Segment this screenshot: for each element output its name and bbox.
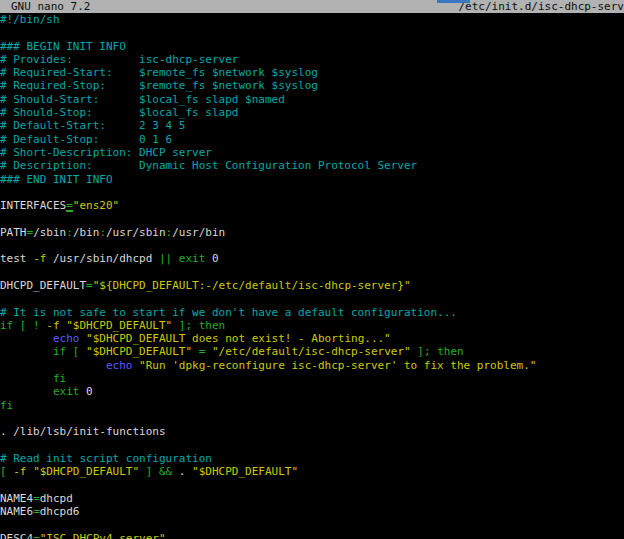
code-token: "$DHCPD_DEFAULT" (66, 319, 172, 332)
code-token (0, 345, 53, 358)
nano-titlebar: GNU nano 7.2 /etc/init.d/isc-dhcp-serv (0, 0, 624, 13)
code-line: echo "$DHCPD_DEFAULT does not exist! - A… (0, 332, 624, 345)
code-line (0, 186, 624, 199)
code-token: exit (53, 385, 80, 398)
code-line (0, 266, 624, 279)
code-line (0, 26, 624, 39)
code-token: /usr/sbin (106, 226, 166, 239)
code-token: test (0, 252, 33, 265)
code-line: # Provides: isc-dhcp-server (0, 53, 624, 66)
code-line (0, 292, 624, 305)
code-token: -f (13, 465, 26, 478)
code-token (139, 465, 146, 478)
code-token: "ISC DHCPv4 server" (40, 532, 166, 539)
code-token (0, 372, 53, 385)
code-line (0, 518, 624, 531)
editor-area[interactable]: #!/bin/sh### BEGIN INIT INFO# Provides: … (0, 13, 624, 539)
code-token: "${DHCPD_DEFAULT:-/etc/default/isc-dhcp-… (93, 279, 411, 292)
code-token: dhcpd6 (40, 505, 80, 518)
code-token: fi (0, 399, 13, 412)
code-token: # Provides: isc-dhcp-server (0, 53, 238, 66)
app-version-label: GNU nano 7.2 (0, 0, 90, 13)
code-line (0, 212, 624, 225)
code-token: # Short-Description: DHCP server (0, 146, 212, 159)
code-token: dhcpd (40, 492, 73, 505)
code-token: ### BEGIN INIT INFO (0, 40, 126, 53)
code-token: = (33, 532, 40, 539)
code-token: = (33, 505, 40, 518)
code-token: : (66, 226, 73, 239)
code-line: fi (0, 399, 624, 412)
code-token: ]; then (417, 345, 463, 358)
code-line: # Should-Stop: $local_fs slapd (0, 106, 624, 119)
code-token: 0 (205, 252, 218, 265)
code-token (172, 319, 179, 332)
code-token: exit (179, 252, 206, 265)
code-line (0, 412, 624, 425)
code-line: # Required-Stop: $remote_fs $network $sy… (0, 79, 624, 92)
code-line: . /lib/lsb/init-functions (0, 425, 624, 438)
code-token: ### END INIT INFO (0, 173, 113, 186)
code-token: = (33, 492, 40, 505)
code-token: # Description: Dynamic Host Configuratio… (0, 159, 417, 172)
code-token: ] && (146, 465, 179, 478)
code-token (0, 332, 53, 345)
code-line: #!/bin/sh (0, 13, 624, 26)
code-token: if [ (53, 345, 86, 358)
code-token: /bin (73, 226, 100, 239)
code-token: PATH (0, 226, 27, 239)
code-token: "$DHCPD_DEFAULT" (33, 465, 139, 478)
code-token: # Should-Start: $local_fs slapd $named (0, 93, 285, 106)
code-token: || (159, 252, 172, 265)
code-token: # Default-Stop: 0 1 6 (0, 133, 172, 146)
code-token: if [ ! (0, 319, 46, 332)
code-token: ]; then (179, 319, 225, 332)
code-token: 0 (79, 385, 92, 398)
code-token: : (99, 226, 106, 239)
code-token (172, 252, 179, 265)
code-token: /sbin (33, 226, 66, 239)
code-line: # Should-Start: $local_fs slapd $named (0, 93, 624, 106)
cursor-char: = (66, 199, 73, 212)
code-token: /usr/sbin/dhcpd (46, 252, 159, 265)
code-token: INTERFACES (0, 199, 66, 212)
code-line: ### END INIT INFO (0, 173, 624, 186)
code-line: PATH=/sbin:/bin:/usr/sbin:/usr/bin (0, 226, 624, 239)
code-line (0, 478, 624, 491)
code-line: [ -f "$DHCPD_DEFAULT" ] && . "$DHCPD_DEF… (0, 465, 624, 478)
code-token: # Required-Stop: $remote_fs $network $sy… (0, 79, 318, 92)
code-line: if [ ! -f "$DHCPD_DEFAULT" ]; then (0, 319, 624, 332)
code-token: "$DHCPD_DEFAULT" (86, 345, 192, 358)
code-line: INTERFACES="ens20" (0, 199, 624, 212)
code-token: NAME4 (0, 492, 33, 505)
code-token (192, 345, 199, 358)
code-token: /usr/bin (172, 226, 225, 239)
code-token: DESC4 (0, 532, 33, 539)
code-token: echo (53, 332, 80, 345)
code-token: # Should-Stop: $local_fs slapd (0, 106, 238, 119)
code-line: # It is not safe to start if we don't ha… (0, 306, 624, 319)
code-line: DHCPD_DEFAULT="${DHCPD_DEFAULT:-/etc/def… (0, 279, 624, 292)
code-token: # Read init script configuration (0, 452, 212, 465)
code-token: DHCPD_DEFAULT (0, 279, 86, 292)
code-token: echo (106, 359, 133, 372)
code-line: # Description: Dynamic Host Configuratio… (0, 159, 624, 172)
top-blue-notch (437, 0, 470, 3)
file-path-label: /etc/init.d/isc-dhcp-serv (458, 0, 624, 13)
code-token: fi (53, 372, 66, 385)
code-line: # Default-Stop: 0 1 6 (0, 133, 624, 146)
code-token (205, 345, 212, 358)
code-line: test -f /usr/sbin/dhcpd || exit 0 (0, 252, 624, 265)
terminal-window[interactable]: GNU nano 7.2 /etc/init.d/isc-dhcp-serv #… (0, 0, 624, 539)
code-token: "$DHCPD_DEFAULT does not exist! - Aborti… (86, 332, 391, 345)
code-line (0, 439, 624, 452)
code-line: # Short-Description: DHCP server (0, 146, 624, 159)
code-token: "ens20" (73, 199, 119, 212)
code-line: # Required-Start: $remote_fs $network $s… (0, 66, 624, 79)
code-token: # Default-Start: 2 3 4 5 (0, 119, 185, 132)
code-line: if [ "$DHCPD_DEFAULT" = "/etc/default/is… (0, 345, 624, 358)
code-token: . /lib/lsb/init-functions (0, 425, 166, 438)
code-token: #!/bin/sh (0, 13, 60, 26)
code-token: = (86, 279, 93, 292)
code-line: # Default-Start: 2 3 4 5 (0, 119, 624, 132)
